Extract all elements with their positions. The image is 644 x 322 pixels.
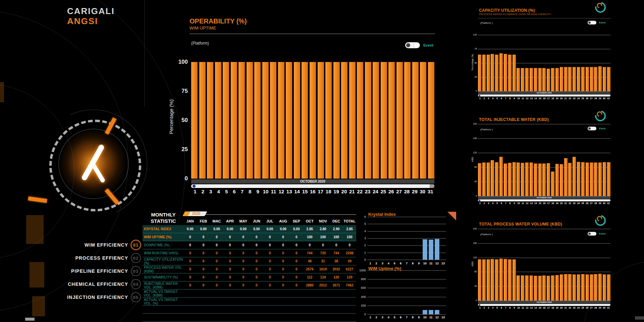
bar: [534, 164, 537, 196]
x-tick-label: 14: [534, 202, 538, 204]
bar: [499, 259, 503, 301]
scrollbar-handle[interactable]: [479, 304, 480, 306]
bar: [551, 172, 554, 196]
cell-value: 0: [236, 267, 250, 271]
x-tick-label: 10: [517, 202, 521, 204]
sidebar-item-02[interactable]: PROCESS EFFIENCY02: [40, 253, 141, 263]
bar: [428, 62, 434, 179]
bar: [607, 67, 610, 91]
bar: [590, 67, 593, 91]
sidebar-item-05[interactable]: INJECTION EFFICIENCY05: [40, 292, 141, 302]
bar: [238, 62, 245, 179]
x-tick-label: 12: [434, 262, 440, 265]
column-header: AUG: [276, 219, 290, 223]
x-tick-label: 25: [581, 97, 585, 100]
sidebar-item-04[interactable]: CHEMICAL EFFICIENCY04: [40, 279, 141, 289]
scrollbar-handle[interactable]: [479, 200, 480, 201]
bar: [577, 67, 580, 91]
cell-value: 0.00: [197, 227, 210, 231]
event-toggle[interactable]: [405, 42, 420, 48]
cell-value: 0: [183, 259, 197, 263]
chart-scrollbar[interactable]: [478, 199, 610, 201]
main-day-labels: 1234567891011121314151617181920212223242…: [191, 189, 434, 194]
sidebar-item-03[interactable]: PIPELINE EFFICIENCY03: [40, 266, 141, 276]
cell-value: 112: [303, 275, 317, 279]
sidebar-item-01[interactable]: WIM EFFICIENCY01: [40, 240, 141, 250]
y-tick-label: 120: [471, 151, 477, 154]
y-tick-label: 50: [471, 62, 477, 64]
x-tick-label: 16: [542, 97, 546, 100]
cell-value: 124: [316, 275, 330, 279]
bar: [404, 62, 411, 179]
y-tick-label: 0: [471, 299, 477, 302]
y-tick-label: 400: [359, 295, 366, 299]
x-tick-label: 12: [277, 189, 285, 194]
x-tick-label: 30: [602, 97, 606, 100]
x-axis-month: OCTOBER 2020: [478, 91, 610, 94]
main-chart-subtitle: WIM UPTIME: [190, 25, 216, 30]
x-tick-label: 11: [521, 307, 525, 309]
x-tick-label: 8: [410, 316, 416, 319]
gridline: [367, 245, 446, 246]
table-row: SUSTAINABILITY (%)000000000112124126120: [143, 273, 356, 281]
scrollbar-handle[interactable]: [479, 95, 480, 96]
bar: [487, 55, 490, 91]
column-header: NOV: [316, 219, 330, 223]
cell-value: 0: [276, 267, 290, 271]
x-tick-label: 7: [404, 262, 410, 265]
x-tick-label: 30: [602, 307, 606, 309]
bar: [586, 67, 589, 91]
x-tick-label: 21: [348, 189, 356, 194]
cell-value: 0: [303, 243, 317, 247]
y-tick-label: 200: [471, 228, 477, 230]
event-toggle[interactable]: [588, 21, 596, 24]
bar: [551, 275, 554, 301]
bar: [586, 163, 589, 196]
bar: [491, 259, 494, 301]
x-tick-label: 13: [440, 262, 446, 265]
x-tick-label: 29: [598, 97, 602, 100]
bar: [302, 62, 308, 179]
cell-value: 0: [183, 275, 197, 279]
decor-bar: [25, 318, 35, 321]
chart-scrollbar[interactable]: [478, 304, 610, 306]
column-header: APR: [223, 219, 237, 223]
scrollbar-handle[interactable]: [193, 185, 196, 188]
header-rule: [478, 18, 611, 18]
x-tick-label: 2: [482, 202, 486, 204]
cell-value: 0.00: [276, 227, 290, 231]
cell-value: 0: [223, 267, 237, 271]
x-tick-label: 6: [499, 202, 503, 204]
x-tick-label: 22: [568, 97, 572, 100]
cell-value: 0: [276, 243, 290, 247]
sidebar-item-number: 04: [131, 279, 141, 289]
bar: [530, 163, 533, 196]
y-tick-label: 0: [359, 258, 366, 261]
x-tick-label: 9: [512, 97, 516, 100]
cell-value: 0: [236, 259, 250, 263]
x-tick-label: 5: [495, 97, 499, 100]
bar: [517, 275, 520, 301]
wim-uptime-bar-chart: 10008006004002000: [367, 270, 446, 314]
bar: [590, 274, 593, 301]
x-tick-label: 2: [482, 97, 486, 100]
column-header: JAN: [183, 219, 197, 223]
x-tick-label: 3: [379, 262, 385, 265]
bar: [538, 276, 542, 301]
x-tick-label: 21: [564, 97, 568, 100]
column-header: OCT: [303, 219, 317, 223]
cell-value: 0: [263, 243, 277, 247]
x-tick-label: 22: [356, 189, 364, 194]
main-scrollbar[interactable]: [191, 184, 434, 188]
cell-value: 0: [210, 243, 223, 247]
main-bar-chart: [191, 62, 434, 179]
table-row: [143, 314, 356, 322]
gridline: [367, 231, 446, 232]
year-tab-label[interactable]: 2020: [188, 211, 205, 215]
chart-scrollbar[interactable]: [478, 94, 610, 96]
y-tick-label: 25: [471, 76, 477, 78]
bar: [573, 67, 576, 91]
bar: [478, 259, 481, 301]
bar: [435, 239, 439, 260]
x-tick-label: 21: [564, 202, 568, 204]
